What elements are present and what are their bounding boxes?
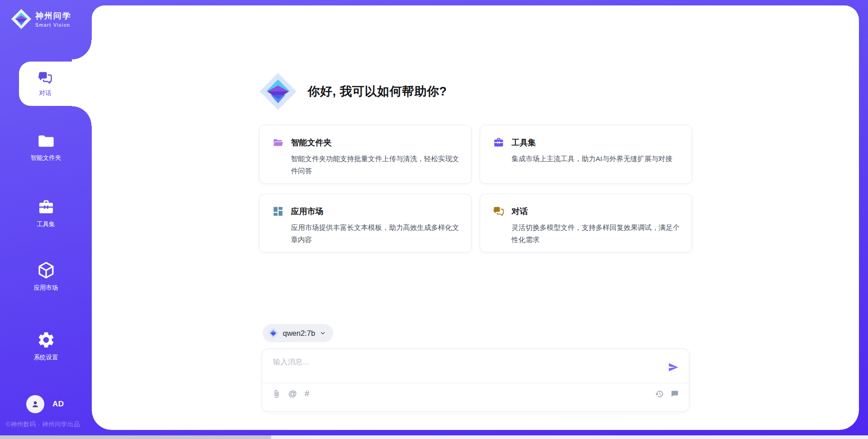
sidebar-item-smart-folder[interactable]: 智能文件夹 [0, 132, 92, 162]
card-title: 智能文件夹 [291, 137, 332, 148]
chat-bubble-icon[interactable] [670, 390, 679, 398]
card-smart-folder[interactable]: 智能文件夹 智能文件夹功能支持批量文件上传与清洗，轻松实现文件问答 [259, 125, 472, 184]
chevron-down-icon [320, 330, 326, 336]
sidebar-item-label: 系统设置 [34, 353, 58, 362]
message-input-card: @ # [262, 348, 689, 412]
horizontal-scrollbar-track[interactable] [0, 435, 868, 439]
sidebar-item-label: 对话 [39, 89, 52, 97]
brand-subtitle: Smart Vision [35, 22, 71, 28]
toolbox-icon [493, 137, 505, 148]
sidebar-item-chat[interactable]: 对话 [19, 62, 92, 106]
model-name: qwen2:7b [283, 329, 316, 338]
grid-icon [272, 205, 284, 217]
card-title: 对话 [512, 206, 528, 217]
sidebar-item-label: 智能文件夹 [31, 154, 61, 162]
card-title: 应用市场 [291, 206, 324, 217]
folder-open-icon [272, 137, 284, 148]
folder-icon [37, 132, 56, 150]
brand-diamond-logo-large [259, 72, 297, 111]
brand-diamond-icon [11, 8, 32, 30]
greeting-title: 你好, 我可以如何帮助你? [308, 83, 447, 100]
input-toolbar: @ # [272, 389, 679, 399]
active-tab-notch-top [72, 40, 92, 62]
input-divider [262, 383, 689, 383]
gear-icon [37, 330, 56, 349]
copyright-text: ©神州数码 · 神州问学出品 [6, 420, 80, 429]
card-chat[interactable]: 对话 灵活切换多模型文件，支持多样回复效果调试，满足个性化需求 [480, 194, 692, 253]
attachment-icon[interactable] [272, 390, 281, 398]
brand-diamond-logo-small [268, 328, 278, 339]
card-description: 集成市场上主流工具，助力AI与外界无缝扩展与对接 [512, 153, 680, 165]
sidebar-item-label: 工具集 [37, 220, 55, 229]
sidebar-item-app-market[interactable]: 应用市场 [0, 261, 92, 292]
mention-icon[interactable]: @ [288, 389, 297, 399]
hashtag-icon[interactable]: # [305, 389, 310, 399]
message-input[interactable] [273, 357, 653, 380]
brand-logo: 神州问学 Smart Vision [11, 8, 71, 30]
user-account[interactable]: AD [26, 395, 64, 413]
card-toolset[interactable]: 工具集 集成市场上主流工具，助力AI与外界无缝扩展与对接 [480, 125, 692, 184]
card-description: 灵活切换多模型文件，支持多样回复效果调试，满足个性化需求 [512, 221, 680, 246]
card-title: 工具集 [512, 137, 536, 148]
card-description: 智能文件夹功能支持批量文件上传与清洗，轻松实现文件问答 [291, 153, 459, 177]
sidebar: 神州问学 Smart Vision 对话 智能文件夹 工具集 [0, 0, 92, 439]
brand-name: 神州问学 [35, 10, 71, 21]
active-tab-notch-bottom [72, 106, 92, 126]
history-icon[interactable] [655, 390, 664, 398]
chat-icon [493, 205, 505, 217]
card-description: 应用市场提供丰富长文本模板，助力高效生成多样化文章内容 [291, 221, 459, 246]
model-selector[interactable]: qwen2:7b [263, 324, 334, 342]
avatar[interactable] [26, 395, 44, 413]
send-icon[interactable] [668, 362, 679, 373]
sidebar-item-settings[interactable]: 系统设置 [0, 330, 92, 362]
card-app-market[interactable]: 应用市场 应用市场提供丰富长文本模板，助力高效生成多样化文章内容 [259, 194, 472, 253]
main-panel: 你好, 我可以如何帮助你? 智能文件夹 智能文件夹功能支持批量文件上传与清洗，轻… [92, 5, 859, 430]
sidebar-item-toolset[interactable]: 工具集 [0, 198, 92, 229]
chat-input-area: qwen2:7b @ # [262, 324, 689, 412]
greeting-row: 你好, 我可以如何帮助你? [259, 72, 692, 111]
sidebar-item-label: 应用市场 [34, 284, 58, 292]
horizontal-scrollbar-thumb[interactable] [0, 435, 271, 439]
cube-icon [37, 261, 56, 280]
feature-cards: 智能文件夹 智能文件夹功能支持批量文件上传与清洗，轻松实现文件问答 工具集 集成… [259, 125, 692, 253]
chat-icon [37, 70, 53, 86]
toolbox-icon [37, 198, 55, 216]
user-name: AD [52, 400, 64, 409]
